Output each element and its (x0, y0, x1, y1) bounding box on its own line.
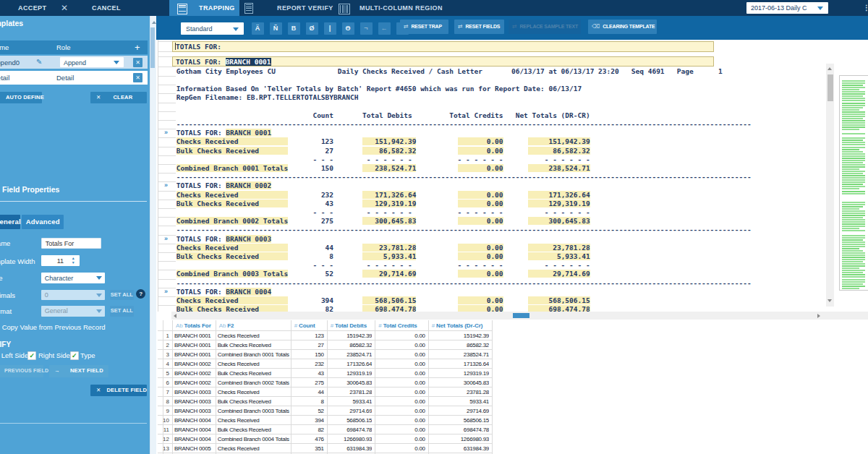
grid-header-total-credits[interactable]: #Total Credits (378, 322, 417, 329)
format-button-0[interactable]: Ä (252, 22, 264, 35)
grid-cell[interactable]: 0.00 (376, 389, 425, 395)
grid-cell[interactable]: 129319.19 (328, 370, 373, 377)
grid-cell[interactable]: 86582.32 (328, 342, 373, 348)
right-side-label[interactable]: Right Side (38, 351, 70, 359)
tab-advanced[interactable]: Advanced (22, 215, 64, 229)
grid-cell[interactable]: 5933.41 (328, 398, 373, 405)
scroll-right-icon[interactable] (817, 314, 820, 318)
nav-button-0[interactable]: ¬ (360, 22, 373, 35)
template-row-append0[interactable]: Append0 ✎ Append ✕ (0, 56, 148, 69)
grid-cell[interactable]: 150 (292, 351, 324, 358)
grid-cell[interactable]: Checks Received (218, 361, 291, 367)
tab-trapping[interactable]: TRAPPING (169, 0, 239, 16)
cancel-button[interactable]: CANCEL (92, 4, 121, 12)
grid-cell[interactable]: 151942.39 (328, 333, 373, 339)
format-button-1[interactable]: Ñ (270, 22, 282, 35)
grid-cell[interactable]: 44 (292, 389, 324, 395)
right-side-checkbox[interactable]: ✓ (27, 351, 36, 360)
grid-cell[interactable]: Checks Received (218, 333, 291, 339)
grid-cell[interactable]: 300645.83 (328, 380, 373, 386)
copy-value-label[interactable]: Copy Value from Previous Record (2, 323, 106, 331)
format-button-5[interactable]: Θ (342, 22, 354, 35)
grid-cell[interactable]: 698474.78 (328, 427, 373, 433)
grid-cell[interactable]: BRANCH 0001 (174, 333, 216, 339)
grid-cell[interactable]: 82 (292, 427, 324, 433)
grid-cell[interactable]: 1266980.93 (430, 436, 489, 442)
scroll-up-icon[interactable] (827, 67, 832, 70)
grid-cell[interactable]: 27 (292, 342, 324, 348)
grid-cell[interactable]: BRANCH 0004 (174, 436, 216, 442)
grid-cell[interactable]: BRANCH 0001 (174, 351, 216, 358)
grid-cell[interactable]: BRANCH 0003 (174, 398, 216, 405)
grid-cell[interactable]: 0.00 (376, 427, 425, 433)
grid-cell[interactable]: BRANCH 0003 (174, 389, 216, 395)
grid-header-total-debits[interactable]: #Total Debits (331, 322, 367, 329)
grid-cell[interactable]: 0.00 (376, 417, 425, 424)
scroll-left-icon[interactable] (174, 314, 176, 318)
grid-cell[interactable]: 29714.69 (328, 408, 373, 414)
clear-button[interactable]: ✕CLEAR (90, 92, 147, 104)
grid-cell[interactable]: 351 (292, 445, 324, 452)
grid-cell[interactable]: 5933.41 (430, 398, 489, 405)
grid-cell[interactable]: Combined Branch 0002 Totals (218, 380, 291, 386)
grid-cell[interactable]: 29714.69 (430, 408, 489, 414)
grid-cell[interactable]: 0.00 (376, 398, 425, 405)
accept-button[interactable]: ACCEPT (18, 4, 46, 12)
grid-cell[interactable]: 0.00 (376, 380, 425, 386)
grid-cell[interactable]: 0.00 (376, 445, 425, 452)
grid-cell[interactable]: Bulk Checks Received (218, 370, 291, 377)
grid-cell[interactable]: 0.00 (376, 361, 425, 367)
grid-cell[interactable]: 698474.78 (430, 427, 489, 433)
section-marker-icon[interactable]: » (164, 288, 168, 295)
grid-cell[interactable]: 123 (292, 333, 324, 339)
format-dropdown[interactable]: General (41, 306, 105, 316)
delete-template-button[interactable]: ✕ (133, 73, 142, 82)
template-width-stepper[interactable]: 11 ▲▼ (41, 255, 80, 266)
grid-cell[interactable]: Bulk Checks Received (218, 427, 291, 433)
style-dropdown[interactable]: Standard (181, 22, 244, 35)
help-icon[interactable]: ? (136, 289, 145, 299)
grid-cell[interactable]: 275 (292, 380, 324, 386)
type-checkbox-label[interactable]: Type (80, 351, 95, 359)
grid-cell[interactable]: Checks Received (218, 389, 291, 395)
extracted-data-grid[interactable]: AbTotals ForAbF2#Count#Total Debits#Tota… (158, 320, 868, 454)
horizontal-scrollbar-thumb[interactable] (513, 313, 529, 318)
tab-multi-column-region[interactable]: MULTI-COLUMN REGION (333, 0, 435, 16)
trap-sample-row[interactable]: TOTALS FOR: BRANCH 0001 (172, 56, 714, 67)
grid-cell[interactable]: BRANCH 0003 (174, 408, 216, 414)
format-button-4[interactable]: | (324, 22, 336, 35)
set-all-decimals-button[interactable]: SET ALL (110, 290, 134, 300)
grid-cell[interactable]: 0.00 (376, 342, 425, 348)
grid-cell[interactable]: BRANCH 0005 (174, 445, 216, 452)
type-checkbox[interactable]: ✓ (70, 351, 79, 360)
add-template-button[interactable]: + (135, 42, 140, 53)
grid-header-totals-for[interactable]: AbTotals For (176, 322, 211, 329)
grid-cell[interactable]: 394 (292, 417, 324, 424)
grid-cell[interactable]: 631984.39 (430, 445, 489, 452)
grid-cell[interactable]: BRANCH 0004 (174, 417, 216, 424)
grid-cell[interactable]: BRANCH 0004 (174, 427, 216, 433)
grid-cell[interactable]: 151942.39 (430, 333, 489, 339)
grid-cell[interactable]: 300645.83 (430, 380, 489, 386)
section-marker-icon[interactable]: » (164, 235, 168, 242)
tab-general[interactable]: General (0, 215, 20, 229)
grid-cell[interactable]: 86582.32 (430, 342, 489, 348)
next-field-button[interactable]: →NEXT FIELD (49, 365, 109, 377)
grid-cell[interactable]: 232 (292, 361, 324, 367)
grid-cell[interactable]: 568506.15 (328, 417, 373, 424)
auto-define-button[interactable]: AUTO DEFINE (0, 92, 42, 104)
section-marker-icon[interactable]: » (164, 181, 168, 189)
grid-header-count[interactable]: #Count (294, 322, 315, 329)
grid-cell[interactable]: BRANCH 0002 (174, 370, 216, 377)
field-name-input[interactable]: Totals For (41, 238, 102, 249)
grid-cell[interactable]: 8 (292, 398, 324, 405)
nav-button-1[interactable]: ← (378, 22, 391, 35)
grid-cell[interactable]: 0.00 (376, 436, 425, 442)
template-date-dropdown[interactable]: 2017-06-13 Daily C (746, 2, 828, 14)
grid-cell[interactable]: Combined Branch 0004 Totals (218, 436, 291, 442)
grid-cell[interactable]: 0.00 (376, 370, 425, 377)
reset-fields-button[interactable]: ⇄RESET FIELDS (454, 20, 504, 34)
grid-cell[interactable]: 23781.28 (328, 389, 373, 395)
scroll-down-icon[interactable] (827, 299, 832, 302)
grid-cell[interactable]: 0.00 (376, 333, 425, 339)
